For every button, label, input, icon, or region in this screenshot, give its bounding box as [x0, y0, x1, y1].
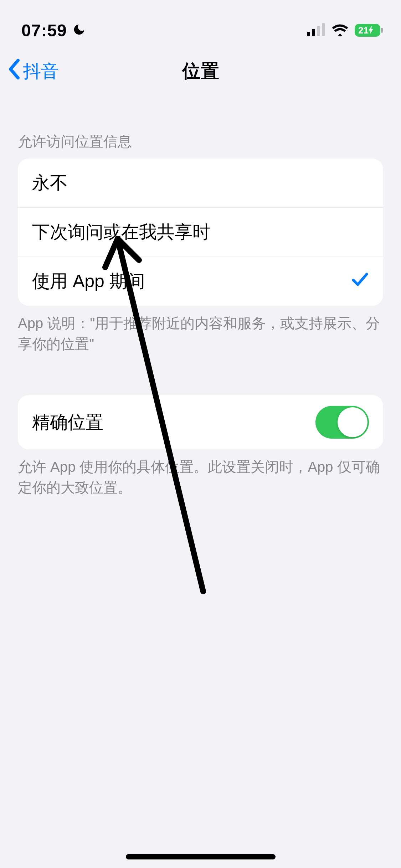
wifi-icon — [331, 23, 349, 38]
status-bar: 07:59 21 — [0, 0, 401, 46]
status-right: 21 — [307, 23, 383, 38]
precise-location-toggle[interactable] — [315, 406, 369, 439]
option-label: 使用 App 期间 — [32, 269, 145, 293]
option-ask-next-time[interactable]: 下次询问或在我共享时 — [18, 207, 383, 257]
status-left: 07:59 — [21, 21, 86, 40]
status-time: 07:59 — [21, 21, 67, 40]
back-button[interactable]: 抖音 — [7, 58, 59, 84]
option-label: 永不 — [32, 171, 68, 195]
option-while-using-app[interactable]: 使用 App 期间 — [18, 257, 383, 306]
precise-location-row: 精确位置 — [18, 395, 383, 449]
battery-percent: 21 — [358, 25, 373, 36]
home-indicator[interactable] — [126, 854, 276, 859]
option-label: 下次询问或在我共享时 — [32, 220, 210, 244]
moon-icon — [72, 23, 86, 38]
battery-indicator: 21 — [355, 23, 383, 37]
svg-rect-0 — [307, 32, 310, 36]
access-options-group: 永不 下次询问或在我共享时 使用 App 期间 — [18, 159, 383, 306]
precise-location-label: 精确位置 — [32, 410, 103, 434]
nav-bar: 抖音 位置 — [0, 46, 401, 96]
svg-rect-5 — [381, 28, 383, 33]
svg-rect-3 — [322, 23, 325, 36]
access-section-header: 允许访问位置信息 — [0, 96, 401, 159]
precise-location-group: 精确位置 — [18, 395, 383, 449]
svg-rect-1 — [312, 29, 315, 36]
cellular-signal-icon — [307, 23, 325, 37]
option-never[interactable]: 永不 — [18, 159, 383, 207]
precise-section-footer: 允许 App 使用你的具体位置。此设置关闭时，App 仅可确定你的大致位置。 — [0, 449, 401, 498]
checkmark-icon — [351, 270, 369, 293]
access-section-footer: App 说明："用于推荐附近的内容和服务，或支持展示、分享你的位置" — [0, 306, 401, 354]
back-label: 抖音 — [23, 60, 59, 83]
svg-rect-2 — [317, 26, 320, 36]
chevron-back-icon — [7, 58, 21, 84]
toggle-knob — [338, 407, 367, 437]
page-title: 位置 — [182, 59, 219, 84]
